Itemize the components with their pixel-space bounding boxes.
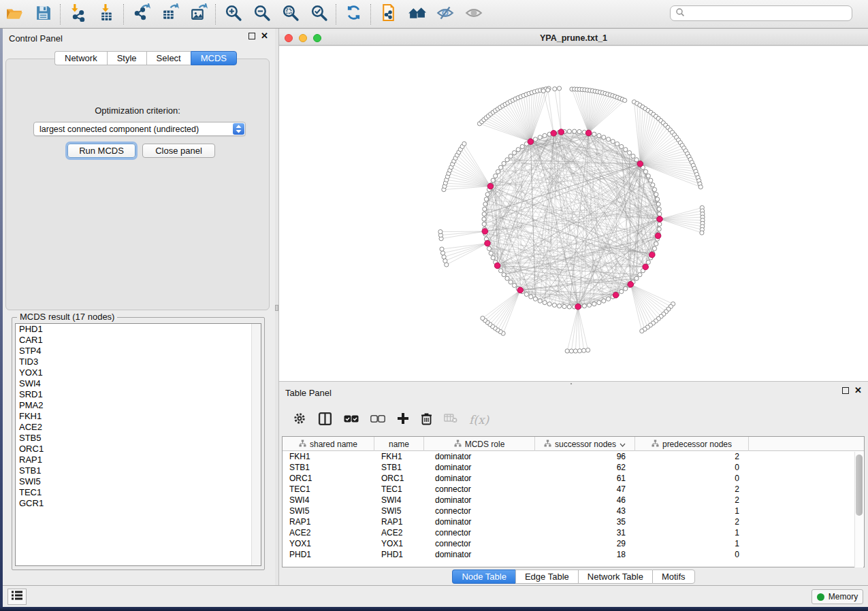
graph-hub-node[interactable] xyxy=(485,240,491,246)
graph-node[interactable] xyxy=(573,129,577,133)
network-file-button[interactable] xyxy=(374,1,402,27)
graph-node[interactable] xyxy=(577,349,581,353)
zoom-fit-button[interactable] xyxy=(276,1,304,27)
delete-column-button[interactable] xyxy=(421,412,432,428)
graph-node[interactable] xyxy=(562,304,566,308)
graph-node[interactable] xyxy=(700,231,704,235)
tab-motifs[interactable]: Motifs xyxy=(652,569,695,584)
graph-node[interactable] xyxy=(615,142,620,146)
graph-node[interactable] xyxy=(485,193,489,197)
tab-style[interactable]: Style xyxy=(107,51,146,65)
panel-drag-grip[interactable] xyxy=(562,382,581,385)
list-item[interactable]: ACE2 xyxy=(16,422,261,433)
import-network-button[interactable] xyxy=(63,1,92,27)
graph-node[interactable] xyxy=(505,158,509,162)
graph-node[interactable] xyxy=(654,242,658,246)
create-column-button[interactable] xyxy=(397,412,409,427)
graph-node[interactable] xyxy=(623,98,627,102)
table-row[interactable]: ORC1ORC1dominator610 xyxy=(283,473,864,484)
close-panel-icon[interactable]: ✕ xyxy=(854,387,862,394)
graph-node[interactable] xyxy=(484,197,488,201)
graph-node[interactable] xyxy=(533,297,537,301)
network-window-titlebar[interactable]: YPA_prune.txt_1 xyxy=(279,31,868,46)
column-header-MCDS-role[interactable]: MCDS role xyxy=(424,437,535,451)
graph-node[interactable] xyxy=(496,169,500,174)
graph-node[interactable] xyxy=(582,348,586,352)
graph-node[interactable] xyxy=(541,89,545,93)
graph-node[interactable] xyxy=(482,212,486,216)
tab-edge-table[interactable]: Edge Table xyxy=(515,569,578,584)
graph-node[interactable] xyxy=(577,129,581,133)
graph-hub-node[interactable] xyxy=(628,282,634,288)
close-panel-button[interactable]: Close panel xyxy=(142,144,215,158)
zoom-selected-button[interactable] xyxy=(304,1,333,27)
graph-node[interactable] xyxy=(558,304,562,308)
graph-node[interactable] xyxy=(552,303,556,307)
list-item[interactable]: ORC1 xyxy=(16,444,261,455)
refresh-button[interactable] xyxy=(339,1,368,27)
tab-network-table[interactable]: Network Table xyxy=(578,569,652,584)
graph-hub-node[interactable] xyxy=(649,252,656,258)
memory-button[interactable]: Memory xyxy=(811,589,863,604)
graph-hub-node[interactable] xyxy=(528,139,534,145)
splitter-handle[interactable] xyxy=(275,305,278,311)
network-view[interactable] xyxy=(279,46,868,381)
mcds-list-scrollbar[interactable] xyxy=(251,324,261,565)
run-mcds-button[interactable]: Run MCDS xyxy=(67,144,135,158)
graph-node[interactable] xyxy=(658,212,662,216)
graph-node[interactable] xyxy=(538,135,542,139)
graph-node[interactable] xyxy=(505,276,509,280)
graph-hub-node[interactable] xyxy=(482,229,488,235)
graph-node[interactable] xyxy=(502,161,506,165)
list-item[interactable]: STB5 xyxy=(16,433,261,444)
graph-node[interactable] xyxy=(657,227,661,231)
graph-hub-node[interactable] xyxy=(551,131,557,137)
graph-node[interactable] xyxy=(512,150,516,154)
graph-node[interactable] xyxy=(586,348,590,352)
graph-node[interactable] xyxy=(656,202,660,206)
export-network-button[interactable] xyxy=(127,1,155,27)
graph-node[interactable] xyxy=(592,302,596,306)
graph-node[interactable] xyxy=(627,150,631,154)
graph-node[interactable] xyxy=(607,297,611,301)
graph-node[interactable] xyxy=(557,86,561,90)
list-item[interactable]: PMA2 xyxy=(16,400,261,411)
list-item[interactable]: TID3 xyxy=(16,357,261,367)
graph-node[interactable] xyxy=(462,142,466,146)
graph-node[interactable] xyxy=(631,154,635,158)
graph-node[interactable] xyxy=(440,251,445,255)
table-row[interactable]: YOX1YOX1connector291 xyxy=(283,538,864,549)
graph-node[interactable] xyxy=(651,183,655,187)
table-row[interactable]: SWI5SWI5connector431 xyxy=(283,506,864,516)
graph-hub-node[interactable] xyxy=(517,287,524,293)
graph-node[interactable] xyxy=(481,316,485,320)
graph-node[interactable] xyxy=(624,286,628,291)
list-item[interactable]: GCR1 xyxy=(16,498,261,509)
table-row[interactable]: PHD1PHD1dominator180 xyxy=(283,549,864,560)
list-item[interactable]: PHD1 xyxy=(16,324,261,335)
open-session-button[interactable] xyxy=(0,1,29,27)
graph-hub-node[interactable] xyxy=(487,183,494,189)
import-table-button[interactable] xyxy=(92,1,120,27)
graph-node[interactable] xyxy=(543,301,547,305)
table-row[interactable]: STB1STB1dominator620 xyxy=(283,462,864,473)
graph-hub-node[interactable] xyxy=(637,161,643,167)
graph-node[interactable] xyxy=(634,158,639,162)
graph-node[interactable] xyxy=(520,144,524,148)
graph-node[interactable] xyxy=(657,207,661,211)
graph-node[interactable] xyxy=(656,197,660,201)
graph-node[interactable] xyxy=(482,222,486,226)
graph-hub-node[interactable] xyxy=(643,264,649,270)
graph-node[interactable] xyxy=(597,301,601,305)
graph-hub-node[interactable] xyxy=(558,129,564,135)
table-row[interactable]: SWI4SWI4dominator462 xyxy=(283,495,864,506)
deselect-all-button[interactable] xyxy=(370,414,385,426)
graph-hub-node[interactable] xyxy=(655,233,661,239)
graph-node[interactable] xyxy=(620,289,624,293)
graph-node[interactable] xyxy=(607,137,611,142)
scrollbar-thumb[interactable] xyxy=(856,455,863,516)
graph-node[interactable] xyxy=(592,132,596,136)
graph-node[interactable] xyxy=(499,269,503,273)
graph-hub-node[interactable] xyxy=(575,303,581,310)
column-header-successor-nodes[interactable]: successor nodes xyxy=(535,437,635,451)
